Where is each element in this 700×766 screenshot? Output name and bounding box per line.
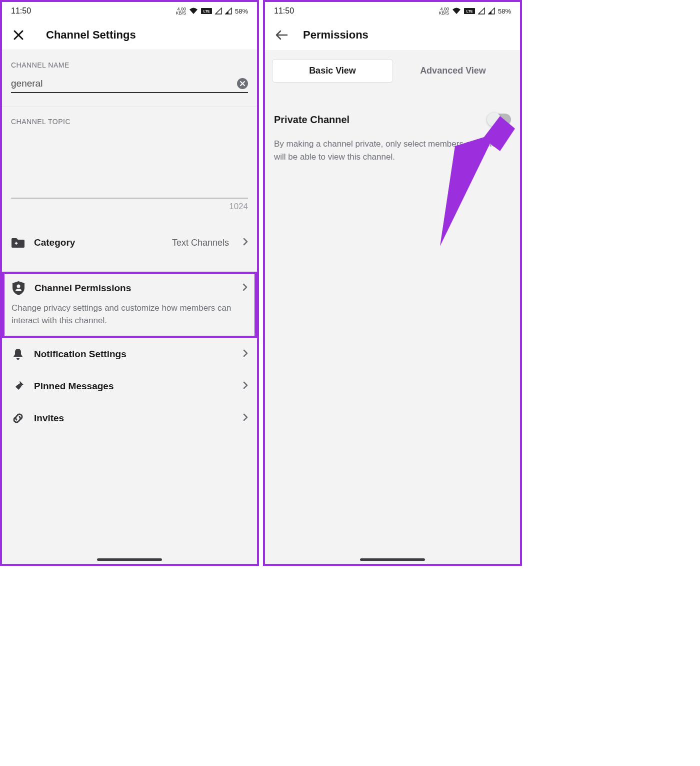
channel-topic-input[interactable] [11,134,248,199]
phone-right: 11:50 4.00KB/S LTE 58% Permissions Basic… [263,0,522,566]
status-time: 11:50 [11,7,31,16]
char-count: 1024 [2,199,257,212]
page-title: Permissions [303,29,368,42]
channel-topic-section: CHANNEL TOPIC [2,107,257,130]
toggle-knob [487,113,501,127]
channel-name-input[interactable] [11,78,237,89]
invites-row[interactable]: Invites [2,402,257,434]
folder-plus-icon [11,236,25,250]
signal-icon-1 [215,8,222,15]
channel-name-label: CHANNEL NAME [11,61,248,69]
svg-text:LTE: LTE [204,10,210,13]
back-button[interactable] [274,28,289,43]
status-right: 4.00KB/S LTE 58% [176,7,248,15]
clear-icon[interactable] [237,78,248,89]
category-label: Category [34,237,163,248]
nav-handle[interactable] [360,558,425,561]
tab-basic-view[interactable]: Basic View [272,59,393,83]
kbs-bot: KB/S [438,11,449,15]
chevron-right-icon [243,349,248,359]
volte-icon: LTE [201,8,212,14]
status-bar: 11:50 4.00KB/S LTE 58% [2,2,257,20]
pin-icon [11,379,25,393]
header: Permissions [265,20,520,50]
private-channel-section: Private Channel By making a channel priv… [265,85,520,163]
svg-text:LTE: LTE [466,10,473,13]
notifications-label: Notification Settings [34,349,229,360]
wifi-icon [189,8,198,15]
status-time: 11:50 [274,7,294,16]
link-icon [11,411,25,425]
private-channel-desc: By making a channel private, only select… [274,138,511,163]
permissions-label: Channel Permissions [34,283,228,294]
chevron-right-icon [243,413,248,423]
battery-pct: 58% [235,8,248,15]
signal-icon-2 [225,8,232,15]
chevron-right-icon [242,283,248,293]
pinned-messages-row[interactable]: Pinned Messages [2,370,257,402]
notification-settings-row[interactable]: Notification Settings [2,338,257,370]
status-right: 4.00KB/S LTE 58% [438,7,511,15]
close-button[interactable] [11,28,26,43]
bell-icon [11,347,25,361]
nav-handle[interactable] [97,558,162,561]
private-channel-toggle[interactable] [488,114,511,126]
page-title: Channel Settings [46,29,136,42]
chevron-right-icon [243,238,248,248]
category-row[interactable]: Category Text Channels [2,227,257,259]
view-tabs: Basic View Advanced View [265,50,520,85]
signal-icon-2 [488,8,495,15]
wifi-icon [452,8,461,15]
battery-pct: 58% [498,8,511,15]
volte-icon: LTE [464,8,475,14]
signal-icon-1 [478,8,485,15]
tab-advanced-view[interactable]: Advanced View [393,60,513,82]
status-bar: 11:50 4.00KB/S LTE 58% [265,2,520,20]
channel-topic-label: CHANNEL TOPIC [11,118,248,126]
channel-name-input-row [11,73,248,93]
channel-name-section: CHANNEL NAME [2,50,257,73]
category-value: Text Channels [172,238,229,248]
svg-point-2 [17,285,20,288]
header: Channel Settings [2,20,257,50]
chevron-right-icon [243,381,248,391]
invites-label: Invites [34,413,229,424]
pinned-label: Pinned Messages [34,381,229,392]
channel-permissions-row[interactable]: Channel Permissions Change privacy setti… [2,272,257,338]
shield-user-icon [12,281,26,295]
permissions-desc: Change privacy settings and customize ho… [12,302,248,327]
private-channel-label: Private Channel [274,114,350,126]
kbs-bot: KB/S [176,11,186,15]
phone-left: 11:50 4.00KB/S LTE 58% Channel Settings … [0,0,259,566]
